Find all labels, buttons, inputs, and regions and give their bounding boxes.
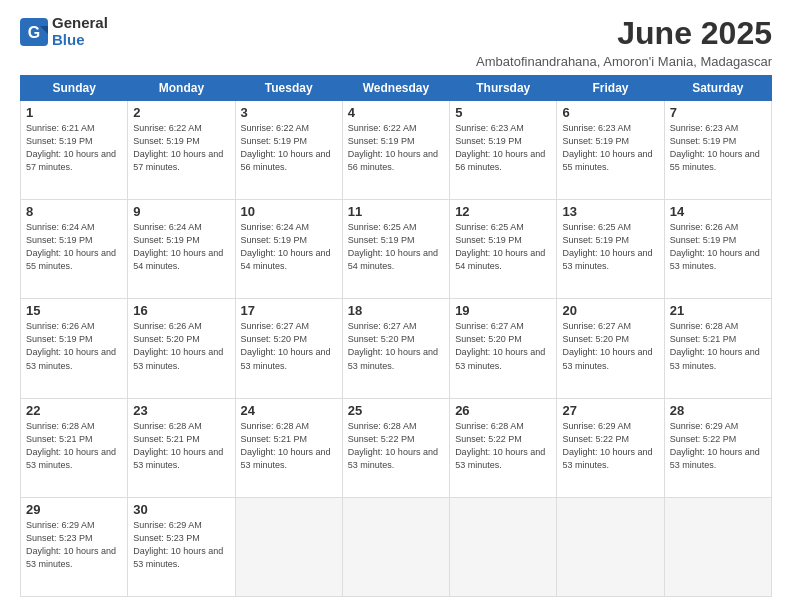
page: G General Blue June 2025 Ambatofinandrah… [0,0,792,612]
calendar-cell: 21 Sunrise: 6:28 AMSunset: 5:21 PMDaylig… [664,299,771,398]
calendar-week-2: 8 Sunrise: 6:24 AMSunset: 5:19 PMDayligh… [21,200,772,299]
calendar-cell: 8 Sunrise: 6:24 AMSunset: 5:19 PMDayligh… [21,200,128,299]
day-number: 7 [670,105,766,120]
calendar-cell: 17 Sunrise: 6:27 AMSunset: 5:20 PMDaylig… [235,299,342,398]
month-title: June 2025 [476,15,772,52]
column-header-thursday: Thursday [450,76,557,101]
calendar-cell: 19 Sunrise: 6:27 AMSunset: 5:20 PMDaylig… [450,299,557,398]
day-number: 16 [133,303,229,318]
logo-blue: Blue [52,32,108,49]
day-info: Sunrise: 6:28 AMSunset: 5:21 PMDaylight:… [133,421,223,470]
day-info: Sunrise: 6:23 AMSunset: 5:19 PMDaylight:… [562,123,652,172]
calendar-cell: 15 Sunrise: 6:26 AMSunset: 5:19 PMDaylig… [21,299,128,398]
day-info: Sunrise: 6:26 AMSunset: 5:20 PMDaylight:… [133,321,223,370]
day-info: Sunrise: 6:27 AMSunset: 5:20 PMDaylight:… [455,321,545,370]
calendar-week-4: 22 Sunrise: 6:28 AMSunset: 5:21 PMDaylig… [21,398,772,497]
calendar-cell: 6 Sunrise: 6:23 AMSunset: 5:19 PMDayligh… [557,101,664,200]
calendar-cell: 24 Sunrise: 6:28 AMSunset: 5:21 PMDaylig… [235,398,342,497]
day-info: Sunrise: 6:29 AMSunset: 5:22 PMDaylight:… [562,421,652,470]
calendar-cell: 1 Sunrise: 6:21 AMSunset: 5:19 PMDayligh… [21,101,128,200]
day-info: Sunrise: 6:28 AMSunset: 5:21 PMDaylight:… [26,421,116,470]
calendar-cell [664,497,771,596]
day-info: Sunrise: 6:29 AMSunset: 5:22 PMDaylight:… [670,421,760,470]
day-info: Sunrise: 6:22 AMSunset: 5:19 PMDaylight:… [241,123,331,172]
day-number: 15 [26,303,122,318]
calendar-cell [450,497,557,596]
day-number: 12 [455,204,551,219]
calendar-cell: 23 Sunrise: 6:28 AMSunset: 5:21 PMDaylig… [128,398,235,497]
calendar-cell: 5 Sunrise: 6:23 AMSunset: 5:19 PMDayligh… [450,101,557,200]
calendar-cell: 4 Sunrise: 6:22 AMSunset: 5:19 PMDayligh… [342,101,449,200]
calendar-cell: 16 Sunrise: 6:26 AMSunset: 5:20 PMDaylig… [128,299,235,398]
column-header-saturday: Saturday [664,76,771,101]
day-number: 10 [241,204,337,219]
calendar-cell: 10 Sunrise: 6:24 AMSunset: 5:19 PMDaylig… [235,200,342,299]
day-number: 18 [348,303,444,318]
calendar-week-3: 15 Sunrise: 6:26 AMSunset: 5:19 PMDaylig… [21,299,772,398]
day-info: Sunrise: 6:28 AMSunset: 5:21 PMDaylight:… [670,321,760,370]
column-header-monday: Monday [128,76,235,101]
day-number: 11 [348,204,444,219]
day-info: Sunrise: 6:29 AMSunset: 5:23 PMDaylight:… [133,520,223,569]
day-info: Sunrise: 6:28 AMSunset: 5:22 PMDaylight:… [348,421,438,470]
day-number: 29 [26,502,122,517]
calendar-cell: 12 Sunrise: 6:25 AMSunset: 5:19 PMDaylig… [450,200,557,299]
day-number: 3 [241,105,337,120]
column-header-sunday: Sunday [21,76,128,101]
day-info: Sunrise: 6:23 AMSunset: 5:19 PMDaylight:… [670,123,760,172]
calendar-cell: 20 Sunrise: 6:27 AMSunset: 5:20 PMDaylig… [557,299,664,398]
day-info: Sunrise: 6:22 AMSunset: 5:19 PMDaylight:… [348,123,438,172]
day-number: 6 [562,105,658,120]
calendar-cell: 30 Sunrise: 6:29 AMSunset: 5:23 PMDaylig… [128,497,235,596]
calendar-week-1: 1 Sunrise: 6:21 AMSunset: 5:19 PMDayligh… [21,101,772,200]
header: G General Blue June 2025 Ambatofinandrah… [20,15,772,69]
calendar-cell: 22 Sunrise: 6:28 AMSunset: 5:21 PMDaylig… [21,398,128,497]
logo-icon: G [20,18,48,46]
calendar-cell: 9 Sunrise: 6:24 AMSunset: 5:19 PMDayligh… [128,200,235,299]
logo: G General Blue [20,15,108,48]
calendar-cell: 7 Sunrise: 6:23 AMSunset: 5:19 PMDayligh… [664,101,771,200]
calendar-cell: 2 Sunrise: 6:22 AMSunset: 5:19 PMDayligh… [128,101,235,200]
calendar-cell: 18 Sunrise: 6:27 AMSunset: 5:20 PMDaylig… [342,299,449,398]
day-info: Sunrise: 6:28 AMSunset: 5:22 PMDaylight:… [455,421,545,470]
calendar: SundayMondayTuesdayWednesdayThursdayFrid… [20,75,772,597]
calendar-cell: 27 Sunrise: 6:29 AMSunset: 5:22 PMDaylig… [557,398,664,497]
calendar-cell [557,497,664,596]
calendar-cell: 14 Sunrise: 6:26 AMSunset: 5:19 PMDaylig… [664,200,771,299]
day-info: Sunrise: 6:24 AMSunset: 5:19 PMDaylight:… [26,222,116,271]
day-info: Sunrise: 6:22 AMSunset: 5:19 PMDaylight:… [133,123,223,172]
day-number: 9 [133,204,229,219]
svg-text:G: G [28,24,40,41]
day-number: 28 [670,403,766,418]
day-number: 24 [241,403,337,418]
day-number: 19 [455,303,551,318]
title-section: June 2025 Ambatofinandrahana, Amoron'i M… [476,15,772,69]
day-info: Sunrise: 6:29 AMSunset: 5:23 PMDaylight:… [26,520,116,569]
calendar-cell [342,497,449,596]
day-info: Sunrise: 6:24 AMSunset: 5:19 PMDaylight:… [241,222,331,271]
column-header-wednesday: Wednesday [342,76,449,101]
day-number: 20 [562,303,658,318]
day-info: Sunrise: 6:25 AMSunset: 5:19 PMDaylight:… [348,222,438,271]
day-info: Sunrise: 6:27 AMSunset: 5:20 PMDaylight:… [562,321,652,370]
day-info: Sunrise: 6:27 AMSunset: 5:20 PMDaylight:… [348,321,438,370]
calendar-cell: 13 Sunrise: 6:25 AMSunset: 5:19 PMDaylig… [557,200,664,299]
calendar-cell: 26 Sunrise: 6:28 AMSunset: 5:22 PMDaylig… [450,398,557,497]
calendar-cell: 11 Sunrise: 6:25 AMSunset: 5:19 PMDaylig… [342,200,449,299]
day-number: 2 [133,105,229,120]
day-number: 8 [26,204,122,219]
day-number: 1 [26,105,122,120]
day-number: 5 [455,105,551,120]
day-info: Sunrise: 6:27 AMSunset: 5:20 PMDaylight:… [241,321,331,370]
day-number: 25 [348,403,444,418]
day-info: Sunrise: 6:25 AMSunset: 5:19 PMDaylight:… [455,222,545,271]
day-number: 23 [133,403,229,418]
day-number: 14 [670,204,766,219]
column-header-tuesday: Tuesday [235,76,342,101]
location: Ambatofinandrahana, Amoron'i Mania, Mada… [476,54,772,69]
calendar-cell: 3 Sunrise: 6:22 AMSunset: 5:19 PMDayligh… [235,101,342,200]
calendar-cell: 28 Sunrise: 6:29 AMSunset: 5:22 PMDaylig… [664,398,771,497]
calendar-cell: 29 Sunrise: 6:29 AMSunset: 5:23 PMDaylig… [21,497,128,596]
logo-text: General Blue [52,15,108,48]
day-info: Sunrise: 6:23 AMSunset: 5:19 PMDaylight:… [455,123,545,172]
